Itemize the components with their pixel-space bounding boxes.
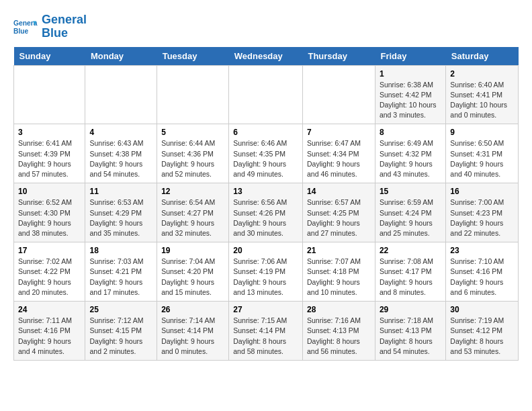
day-info: Sunrise: 7:10 AM Sunset: 4:16 PM Dayligh… — [450, 257, 514, 298]
day-cell: 14Sunrise: 6:57 AM Sunset: 4:25 PM Dayli… — [302, 183, 375, 242]
day-number: 27 — [233, 305, 298, 314]
day-number: 15 — [380, 187, 441, 196]
day-cell: 30Sunrise: 7:19 AM Sunset: 4:12 PM Dayli… — [446, 302, 519, 361]
logo-text: GeneralBlue — [42, 13, 87, 40]
day-number: 17 — [18, 246, 81, 255]
day-cell: 15Sunrise: 6:59 AM Sunset: 4:24 PM Dayli… — [375, 183, 445, 242]
week-row-5: 24Sunrise: 7:11 AM Sunset: 4:16 PM Dayli… — [14, 302, 519, 361]
day-info: Sunrise: 7:04 AM Sunset: 4:20 PM Dayligh… — [161, 257, 224, 298]
day-cell: 11Sunrise: 6:53 AM Sunset: 4:29 PM Dayli… — [85, 183, 157, 242]
day-cell — [157, 65, 229, 124]
day-number: 25 — [89, 305, 152, 314]
day-number: 29 — [380, 305, 441, 314]
day-cell: 3Sunrise: 6:41 AM Sunset: 4:39 PM Daylig… — [14, 124, 85, 183]
day-cell: 5Sunrise: 6:44 AM Sunset: 4:36 PM Daylig… — [157, 124, 229, 183]
day-info: Sunrise: 7:07 AM Sunset: 4:18 PM Dayligh… — [307, 257, 371, 298]
day-number: 14 — [307, 187, 371, 196]
day-info: Sunrise: 7:16 AM Sunset: 4:13 PM Dayligh… — [307, 316, 371, 357]
day-info: Sunrise: 6:38 AM Sunset: 4:42 PM Dayligh… — [380, 80, 441, 121]
day-number: 3 — [18, 128, 81, 137]
day-info: Sunrise: 7:14 AM Sunset: 4:14 PM Dayligh… — [161, 316, 224, 357]
day-number: 12 — [161, 187, 224, 196]
day-info: Sunrise: 6:56 AM Sunset: 4:26 PM Dayligh… — [233, 197, 298, 238]
day-info: Sunrise: 7:08 AM Sunset: 4:17 PM Dayligh… — [380, 257, 441, 298]
week-row-1: 1Sunrise: 6:38 AM Sunset: 4:42 PM Daylig… — [14, 65, 519, 124]
day-number: 23 — [450, 246, 514, 255]
day-info: Sunrise: 7:15 AM Sunset: 4:14 PM Dayligh… — [233, 316, 298, 357]
day-info: Sunrise: 7:11 AM Sunset: 4:16 PM Dayligh… — [18, 316, 81, 357]
day-cell: 27Sunrise: 7:15 AM Sunset: 4:14 PM Dayli… — [229, 302, 303, 361]
day-info: Sunrise: 6:52 AM Sunset: 4:30 PM Dayligh… — [18, 197, 81, 238]
day-info: Sunrise: 6:44 AM Sunset: 4:36 PM Dayligh… — [161, 138, 224, 179]
day-cell: 20Sunrise: 7:06 AM Sunset: 4:19 PM Dayli… — [229, 242, 303, 302]
day-info: Sunrise: 6:41 AM Sunset: 4:39 PM Dayligh… — [18, 138, 81, 179]
weekday-header-thursday: Thursday — [302, 47, 375, 66]
day-number: 2 — [450, 69, 514, 79]
weekday-header-tuesday: Tuesday — [157, 47, 229, 66]
day-number: 4 — [89, 128, 152, 137]
day-cell: 1Sunrise: 6:38 AM Sunset: 4:42 PM Daylig… — [375, 65, 445, 124]
day-number: 16 — [450, 187, 514, 196]
day-number: 6 — [233, 128, 298, 137]
day-number: 1 — [380, 69, 441, 79]
weekday-header-row: SundayMondayTuesdayWednesdayThursdayFrid… — [14, 47, 519, 66]
day-cell: 24Sunrise: 7:11 AM Sunset: 4:16 PM Dayli… — [14, 302, 85, 361]
weekday-header-friday: Friday — [375, 47, 445, 66]
day-number: 11 — [89, 187, 152, 196]
day-number: 19 — [161, 246, 224, 255]
day-number: 28 — [307, 305, 371, 314]
day-cell — [14, 65, 85, 124]
day-info: Sunrise: 7:18 AM Sunset: 4:13 PM Dayligh… — [380, 316, 441, 357]
day-number: 21 — [307, 246, 371, 255]
day-cell: 26Sunrise: 7:14 AM Sunset: 4:14 PM Dayli… — [157, 302, 229, 361]
weekday-header-saturday: Saturday — [446, 47, 519, 66]
day-info: Sunrise: 6:47 AM Sunset: 4:34 PM Dayligh… — [307, 138, 371, 179]
day-number: 20 — [233, 246, 298, 255]
day-cell: 23Sunrise: 7:10 AM Sunset: 4:16 PM Dayli… — [446, 242, 519, 302]
day-number: 13 — [233, 187, 298, 196]
day-info: Sunrise: 6:40 AM Sunset: 4:41 PM Dayligh… — [450, 80, 514, 121]
day-number: 24 — [18, 305, 81, 314]
day-cell: 4Sunrise: 6:43 AM Sunset: 4:38 PM Daylig… — [85, 124, 157, 183]
day-number: 8 — [380, 128, 441, 137]
day-info: Sunrise: 7:12 AM Sunset: 4:15 PM Dayligh… — [89, 316, 152, 357]
day-cell: 8Sunrise: 6:49 AM Sunset: 4:32 PM Daylig… — [375, 124, 445, 183]
calendar-table: SundayMondayTuesdayWednesdayThursdayFrid… — [13, 47, 519, 361]
day-info: Sunrise: 6:54 AM Sunset: 4:27 PM Dayligh… — [161, 197, 224, 238]
day-number: 5 — [161, 128, 224, 137]
day-number: 26 — [161, 305, 224, 314]
day-info: Sunrise: 7:02 AM Sunset: 4:22 PM Dayligh… — [18, 257, 81, 298]
day-cell: 28Sunrise: 7:16 AM Sunset: 4:13 PM Dayli… — [302, 302, 375, 361]
day-cell: 6Sunrise: 6:46 AM Sunset: 4:35 PM Daylig… — [229, 124, 303, 183]
day-cell: 7Sunrise: 6:47 AM Sunset: 4:34 PM Daylig… — [302, 124, 375, 183]
day-cell — [85, 65, 157, 124]
day-cell: 12Sunrise: 6:54 AM Sunset: 4:27 PM Dayli… — [157, 183, 229, 242]
day-info: Sunrise: 7:19 AM Sunset: 4:12 PM Dayligh… — [450, 316, 514, 357]
logo: GeneralBlue GeneralBlue — [13, 13, 87, 40]
day-cell: 19Sunrise: 7:04 AM Sunset: 4:20 PM Dayli… — [157, 242, 229, 302]
day-number: 22 — [380, 246, 441, 255]
week-row-2: 3Sunrise: 6:41 AM Sunset: 4:39 PM Daylig… — [14, 124, 519, 183]
day-number: 18 — [89, 246, 152, 255]
day-cell: 18Sunrise: 7:03 AM Sunset: 4:21 PM Dayli… — [85, 242, 157, 302]
week-row-4: 17Sunrise: 7:02 AM Sunset: 4:22 PM Dayli… — [14, 242, 519, 302]
day-cell: 13Sunrise: 6:56 AM Sunset: 4:26 PM Dayli… — [229, 183, 303, 242]
page-header: GeneralBlue GeneralBlue — [13, 13, 519, 40]
day-info: Sunrise: 6:50 AM Sunset: 4:31 PM Dayligh… — [450, 138, 514, 179]
day-info: Sunrise: 7:06 AM Sunset: 4:19 PM Dayligh… — [233, 257, 298, 298]
weekday-header-monday: Monday — [85, 47, 157, 66]
day-number: 10 — [18, 187, 81, 196]
day-number: 30 — [450, 305, 514, 314]
day-info: Sunrise: 7:00 AM Sunset: 4:23 PM Dayligh… — [450, 197, 514, 238]
day-number: 7 — [307, 128, 371, 137]
svg-text:Blue: Blue — [13, 28, 29, 35]
calendar-body: 1Sunrise: 6:38 AM Sunset: 4:42 PM Daylig… — [14, 65, 519, 360]
day-cell: 16Sunrise: 7:00 AM Sunset: 4:23 PM Dayli… — [446, 183, 519, 242]
day-info: Sunrise: 6:53 AM Sunset: 4:29 PM Dayligh… — [89, 197, 152, 238]
day-cell — [229, 65, 303, 124]
weekday-header-sunday: Sunday — [14, 47, 85, 66]
day-info: Sunrise: 6:57 AM Sunset: 4:25 PM Dayligh… — [307, 197, 371, 238]
weekday-header-wednesday: Wednesday — [229, 47, 303, 66]
day-cell — [302, 65, 375, 124]
day-cell: 22Sunrise: 7:08 AM Sunset: 4:17 PM Dayli… — [375, 242, 445, 302]
